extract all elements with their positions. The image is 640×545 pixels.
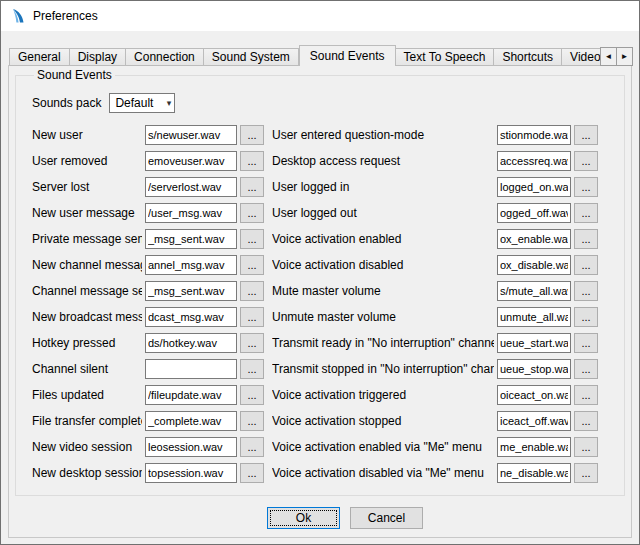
sound-file-input[interactable] xyxy=(497,385,571,405)
tab-display[interactable]: Display xyxy=(70,48,126,66)
sound-event-label: File transfer complete xyxy=(32,414,142,428)
sound-events-right-column: User entered question-mode ... Desktop a… xyxy=(272,122,616,486)
browse-button[interactable]: ... xyxy=(240,385,264,405)
browse-button[interactable]: ... xyxy=(574,333,598,353)
browse-button[interactable]: ... xyxy=(240,463,264,483)
sound-event-row: Voice activation enabled ... xyxy=(272,226,616,252)
browse-button[interactable]: ... xyxy=(574,151,598,171)
sound-file-input[interactable] xyxy=(145,333,237,353)
sound-event-row: Transmit stopped in "No interruption" ch… xyxy=(272,356,616,382)
browse-button[interactable]: ... xyxy=(240,125,264,145)
tab-text-to-speech[interactable]: Text To Speech xyxy=(396,48,495,66)
sound-file-input[interactable] xyxy=(497,411,571,431)
groupbox-title: Sound Events xyxy=(34,68,115,82)
sound-file-input[interactable] xyxy=(145,177,237,197)
tab-sound-system[interactable]: Sound System xyxy=(204,48,299,66)
sound-event-row: User entered question-mode ... xyxy=(272,122,616,148)
sound-event-label: Voice activation enabled xyxy=(272,232,494,246)
sound-file-input[interactable] xyxy=(145,385,237,405)
sound-file-input[interactable] xyxy=(497,333,571,353)
sounds-pack-value: Default xyxy=(115,96,153,110)
browse-button[interactable]: ... xyxy=(240,151,264,171)
sound-file-input[interactable] xyxy=(145,463,237,483)
sound-file-input[interactable] xyxy=(145,411,237,431)
browse-button[interactable]: ... xyxy=(574,411,598,431)
browse-button[interactable]: ... xyxy=(574,281,598,301)
sound-event-label: User removed xyxy=(32,154,142,168)
sound-event-row: Voice activation disabled ... xyxy=(272,252,616,278)
browse-button[interactable]: ... xyxy=(240,203,264,223)
browse-button[interactable]: ... xyxy=(240,437,264,457)
browse-button[interactable]: ... xyxy=(240,229,264,249)
sound-file-input[interactable] xyxy=(497,255,571,275)
sound-file-input[interactable] xyxy=(145,229,237,249)
sound-file-input[interactable] xyxy=(497,177,571,197)
chevron-down-icon: ▾ xyxy=(167,98,172,108)
sound-event-row: Transmit ready in "No interruption" chan… xyxy=(272,330,616,356)
sound-event-label: Transmit stopped in "No interruption" ch… xyxy=(272,362,494,376)
sound-event-row: New desktop session ... xyxy=(32,460,272,486)
sound-event-label: Desktop access request xyxy=(272,154,494,168)
sound-file-input[interactable] xyxy=(497,151,571,171)
sound-event-row: User logged in ... xyxy=(272,174,616,200)
sound-event-row: User logged out ... xyxy=(272,200,616,226)
sound-file-input[interactable] xyxy=(497,229,571,249)
browse-button[interactable]: ... xyxy=(240,411,264,431)
browse-button[interactable]: ... xyxy=(240,177,264,197)
sound-file-input[interactable] xyxy=(145,203,237,223)
browse-button[interactable]: ... xyxy=(574,229,598,249)
tab-sound-events[interactable]: Sound Events xyxy=(299,45,396,66)
browse-button[interactable]: ... xyxy=(574,125,598,145)
sound-file-input[interactable] xyxy=(497,463,571,483)
sound-event-label: User logged in xyxy=(272,180,494,194)
tab-general[interactable]: General xyxy=(9,48,70,66)
browse-button[interactable]: ... xyxy=(574,307,598,327)
browse-button[interactable]: ... xyxy=(574,255,598,275)
sound-event-row: Hotkey pressed ... xyxy=(32,330,272,356)
titlebar: Preferences xyxy=(1,1,639,31)
sound-file-input[interactable] xyxy=(497,307,571,327)
sound-file-input[interactable] xyxy=(497,125,571,145)
sound-event-row: Private message sent ... xyxy=(32,226,272,252)
sounds-pack-select[interactable]: Default ▾ xyxy=(109,93,175,113)
sound-events-columns: New user ... User removed ... Server los… xyxy=(32,122,616,486)
browse-button[interactable]: ... xyxy=(574,177,598,197)
cancel-button[interactable]: Cancel xyxy=(350,507,423,529)
browse-button[interactable]: ... xyxy=(240,333,264,353)
browse-button[interactable]: ... xyxy=(574,463,598,483)
sound-file-input[interactable] xyxy=(145,437,237,457)
sound-event-label: User entered question-mode xyxy=(272,128,494,142)
browse-button[interactable]: ... xyxy=(574,437,598,457)
browse-button[interactable]: ... xyxy=(240,255,264,275)
sound-event-label: Voice activation disabled via "Me" menu xyxy=(272,466,494,480)
sound-file-input[interactable] xyxy=(145,125,237,145)
tab-scroll-control: ◄ ► xyxy=(601,47,633,66)
sound-file-input[interactable] xyxy=(145,281,237,301)
browse-button[interactable]: ... xyxy=(240,359,264,379)
sound-file-input[interactable] xyxy=(145,151,237,171)
tab-shortcuts[interactable]: Shortcuts xyxy=(494,48,562,66)
browse-button[interactable]: ... xyxy=(574,359,598,379)
sound-event-row: User removed ... xyxy=(32,148,272,174)
sound-file-input[interactable] xyxy=(497,203,571,223)
browse-button[interactable]: ... xyxy=(574,385,598,405)
sound-event-label: Voice activation enabled via "Me" menu xyxy=(272,440,494,454)
sound-file-input[interactable] xyxy=(145,307,237,327)
tab-scroll-left-button[interactable]: ◄ xyxy=(600,47,617,66)
browse-button[interactable]: ... xyxy=(240,281,264,301)
browse-button[interactable]: ... xyxy=(574,203,598,223)
sound-file-input[interactable] xyxy=(497,437,571,457)
sound-file-input[interactable] xyxy=(497,359,571,379)
tab-scroll-right-button[interactable]: ► xyxy=(616,47,633,66)
sound-event-row: Mute master volume ... xyxy=(272,278,616,304)
sound-file-input[interactable] xyxy=(497,281,571,301)
tab-connection[interactable]: Connection xyxy=(126,48,204,66)
sound-event-label: Voice activation disabled xyxy=(272,258,494,272)
sound-event-label: Private message sent xyxy=(32,232,142,246)
sound-file-input[interactable] xyxy=(145,255,237,275)
browse-button[interactable]: ... xyxy=(240,307,264,327)
sound-event-row: Voice activation triggered ... xyxy=(272,382,616,408)
ok-button[interactable]: Ok xyxy=(267,507,340,529)
sound-event-label: Voice activation triggered xyxy=(272,388,494,402)
sound-file-input[interactable] xyxy=(145,359,237,379)
